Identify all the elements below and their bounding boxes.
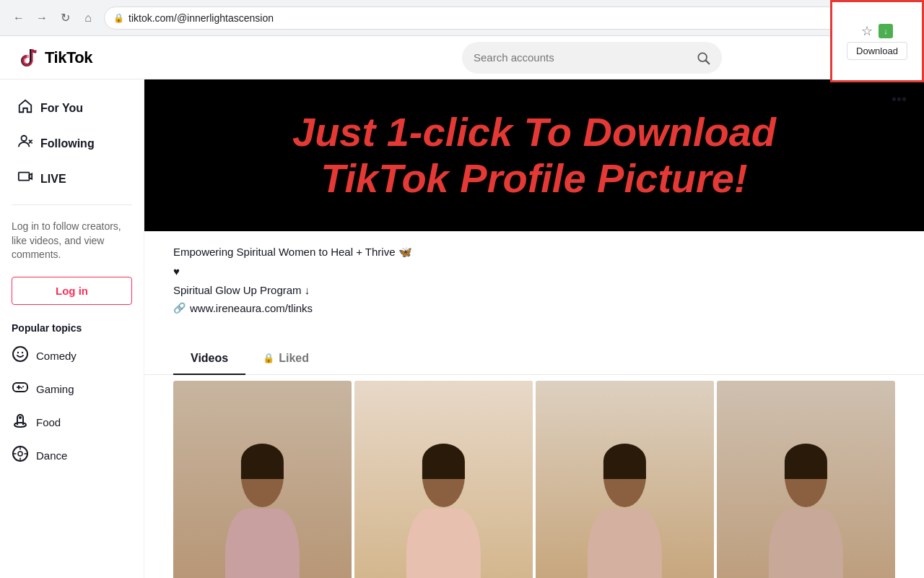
video-card[interactable]: How Journaling leads: [173, 381, 352, 579]
home-icon: [17, 98, 33, 118]
lock-icon-liked: 🔒: [263, 353, 274, 363]
svg-point-13: [14, 423, 26, 427]
svg-point-16: [18, 452, 22, 456]
sidebar: For You Following: [0, 79, 144, 578]
tiktok-app: TikTok: [0, 36, 924, 578]
search-input[interactable]: [474, 51, 690, 64]
profile-tabs: Videos 🔒 Liked: [144, 343, 924, 375]
sidebar-item-for-you[interactable]: For You: [6, 91, 138, 125]
more-options-button[interactable]: •••: [892, 91, 907, 108]
bio-link[interactable]: 🔗 www.ireneaura.com/tlinks: [173, 302, 895, 314]
gaming-label: Gaming: [36, 383, 74, 395]
video-card[interactable]: I went to an Aura: [536, 381, 714, 579]
food-icon: [12, 412, 29, 434]
svg-point-7: [22, 352, 23, 353]
sidebar-item-live-label: LIVE: [40, 173, 66, 186]
dance-label: Dance: [36, 449, 67, 462]
comedy-label: Comedy: [36, 350, 77, 362]
star-icon: ☆: [861, 23, 873, 39]
videos-grid: How Journaling leads: [144, 375, 924, 579]
following-icon: [17, 134, 33, 153]
gaming-icon: [12, 379, 29, 400]
login-button[interactable]: Log in: [12, 277, 132, 305]
lock-icon: 🔒: [113, 13, 124, 23]
sidebar-item-food[interactable]: Food: [0, 406, 144, 439]
video-thumbnail-2: How Sour Candy can: [354, 381, 533, 579]
overlay-text: Just 1-click To Download TikTok Profile …: [292, 109, 776, 202]
person-silhouette: [390, 444, 497, 578]
food-label: Food: [36, 416, 61, 428]
video-card[interactable]: [717, 381, 895, 579]
link-icon: 🔗: [173, 302, 186, 314]
svg-point-12: [21, 387, 22, 389]
svg-point-6: [17, 352, 19, 353]
person-silhouette: [752, 444, 859, 578]
bio-line-2: ♥: [173, 264, 895, 280]
video-thumbnail-3: I went to an Aura: [536, 381, 714, 579]
sidebar-item-live[interactable]: LIVE: [6, 162, 138, 196]
person-silhouette: [571, 444, 678, 578]
svg-point-3: [22, 136, 27, 141]
search-button[interactable]: [696, 51, 710, 65]
tab-videos[interactable]: Videos: [173, 343, 245, 375]
sidebar-item-following-label: Following: [40, 137, 95, 150]
extension-icons: ☆ ↓: [861, 23, 893, 39]
sidebar-item-gaming[interactable]: Gaming: [0, 373, 144, 406]
svg-point-5: [13, 347, 27, 361]
svg-rect-4: [19, 173, 30, 181]
overlay-banner: Just 1-click To Download TikTok Profile …: [144, 79, 924, 231]
person-silhouette: [209, 444, 315, 578]
bio-url[interactable]: www.ireneaura.com/tlinks: [190, 302, 313, 314]
browser-chrome: ← → ↻ ⌂ 🔒 tiktok.com/@innerlightascensio…: [0, 0, 924, 36]
svg-point-14: [19, 416, 22, 419]
home-button[interactable]: ⌂: [78, 8, 98, 28]
url-text: tiktok.com/@innerlightascension: [128, 12, 274, 24]
forward-button[interactable]: →: [32, 8, 52, 28]
sidebar-login-text: Log in to follow creators, like videos, …: [0, 214, 144, 268]
address-bar[interactable]: 🔒 tiktok.com/@innerlightascension: [104, 7, 843, 30]
tiktok-logo-icon: [17, 46, 40, 69]
tiktok-header: TikTok: [0, 36, 924, 79]
video-thumbnail-1: How Journaling leads: [173, 381, 352, 579]
bio-line-3: Spiritual Glow Up Program ↓: [173, 282, 895, 299]
live-icon: [17, 169, 33, 189]
tiktok-logo-text: TikTok: [45, 48, 92, 67]
sidebar-divider: [12, 204, 132, 205]
dance-icon: [12, 445, 29, 467]
sidebar-item-dance[interactable]: Dance: [0, 439, 144, 473]
sidebar-item-for-you-label: For You: [40, 102, 83, 115]
comedy-icon: [12, 345, 29, 367]
back-button[interactable]: ←: [9, 8, 29, 28]
popular-topics-title: Popular topics: [0, 314, 144, 340]
extension-icon: ↓: [879, 24, 893, 38]
search-bar[interactable]: [462, 42, 722, 74]
profile-bio: Empowering Spiritual Women to Heal + Thr…: [173, 244, 895, 314]
video-card[interactable]: How Sour Candy can: [354, 381, 533, 579]
main-content: For You Following: [0, 79, 924, 578]
bio-line-1: Empowering Spiritual Women to Heal + Thr…: [173, 244, 895, 261]
tiktok-logo[interactable]: TikTok: [17, 46, 92, 69]
download-button[interactable]: Download: [847, 42, 907, 60]
refresh-button[interactable]: ↻: [55, 8, 75, 28]
sidebar-item-following[interactable]: Following: [6, 126, 138, 160]
browser-nav-buttons: ← → ↻ ⌂: [9, 8, 98, 28]
profile-content: Just 1-click To Download TikTok Profile …: [144, 79, 924, 578]
svg-point-11: [22, 386, 24, 387]
tab-liked[interactable]: 🔒 Liked: [245, 343, 326, 375]
sidebar-item-comedy[interactable]: Comedy: [0, 340, 144, 373]
svg-line-2: [706, 60, 710, 64]
search-icon: [696, 51, 710, 65]
sidebar-nav: For You Following: [0, 91, 144, 196]
download-extension-popup: ☆ ↓ Download: [830, 0, 924, 82]
video-thumbnail-4: [717, 381, 895, 579]
